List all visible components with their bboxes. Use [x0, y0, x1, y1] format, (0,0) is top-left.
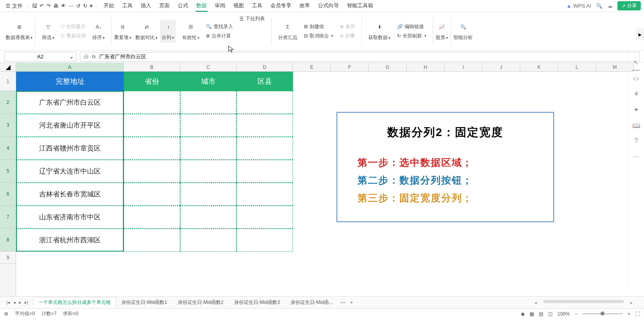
print-icon[interactable]: 🖶	[53, 3, 58, 9]
table-cell[interactable]	[124, 114, 180, 137]
col-header-L[interactable]: L	[558, 63, 596, 71]
row-header-7[interactable]: 7	[0, 206, 16, 229]
edit-links-button[interactable]: 🔗编辑链接	[395, 23, 428, 31]
menu-tab-3[interactable]: 页面	[158, 0, 170, 12]
col-header-E[interactable]: E	[293, 63, 331, 71]
zoom-slider[interactable]	[582, 313, 623, 314]
table-cell[interactable]	[124, 206, 180, 229]
col-header-K[interactable]: K	[520, 63, 558, 71]
row-header-3[interactable]: 3	[0, 114, 16, 137]
view-page-icon[interactable]: ▤	[539, 311, 543, 317]
select-all-corner[interactable]: ◢	[0, 63, 16, 72]
table-cell[interactable]: 江西省赣州市章贡区	[16, 137, 124, 160]
menu-tab-6[interactable]: 审阅	[214, 0, 226, 12]
table-cell[interactable]	[237, 206, 293, 229]
pivot-table-button[interactable]: ⊞ 数据透视表▾	[4, 20, 34, 43]
row-header-8[interactable]: 8	[0, 229, 16, 252]
table-cell[interactable]	[124, 91, 180, 114]
validation-button[interactable]: ☒ 有效性▾	[181, 20, 201, 43]
sparkle-icon[interactable]: ✦	[634, 106, 639, 114]
table-cell[interactable]: 吉林省长春市宽城区	[16, 183, 124, 206]
table-cell[interactable]	[180, 137, 237, 160]
table-cell[interactable]	[124, 160, 180, 183]
menu-tab-12[interactable]: 智能工具箱	[346, 0, 374, 12]
table-cell[interactable]: 浙江省杭州市西湖区	[16, 229, 124, 252]
menu-tab-9[interactable]: 会员专享	[270, 0, 292, 12]
row-header-1[interactable]: 1	[0, 72, 16, 91]
table-cell[interactable]: 山东省济南市市中区	[16, 206, 124, 229]
expand-button[interactable]: ⊕展开	[338, 23, 357, 31]
sheet-tab[interactable]: 身份证生日-Mid函…	[285, 297, 339, 308]
smart-analysis-button[interactable]: 🔍 智能分析	[452, 20, 474, 43]
row-header-9[interactable]: 9	[0, 252, 16, 264]
stocks-button[interactable]: 📈 股票▾	[434, 20, 450, 43]
table-cell[interactable]	[180, 91, 237, 114]
analysis-icon[interactable]: ⚘	[634, 90, 639, 98]
menu-tab-10[interactable]: 效率	[299, 0, 311, 12]
qat-icon[interactable]: ⋯	[69, 3, 74, 9]
table-cell[interactable]	[237, 114, 293, 137]
sheet-tab[interactable]: 身份证生日-Mid函数2	[172, 297, 229, 308]
options-icon[interactable]: ⚙	[4, 311, 8, 317]
horizontal-scrollbar[interactable]: ◂▸	[534, 300, 641, 305]
share-button[interactable]: ↗ 分享	[617, 1, 641, 10]
table-cell[interactable]	[237, 229, 293, 252]
book-icon[interactable]: 📖	[632, 122, 640, 129]
show-all-button[interactable]: ▽全部显示	[59, 23, 87, 31]
col-header-C[interactable]: C	[180, 63, 237, 71]
table-cell[interactable]	[237, 137, 293, 160]
cells-area[interactable]: 完整地址省份城市区县广东省广州市白云区河北省唐山市开平区江西省赣州市章贡区辽宁省…	[16, 72, 634, 296]
table-cell[interactable]	[237, 160, 293, 183]
file-menu[interactable]: ☰ 文件	[3, 2, 25, 10]
wps-ai-button[interactable]: ▲ WPS AI	[566, 3, 591, 9]
col-header-I[interactable]: I	[445, 63, 482, 71]
col-header-D[interactable]: D	[237, 63, 293, 71]
menu-tab-1[interactable]: 工具	[121, 0, 133, 12]
compare-button[interactable]: ⇄ 数据对比▾	[134, 20, 159, 43]
group-button[interactable]: ⊞创建组	[302, 23, 335, 31]
ungroup-button[interactable]: ⊟取消组合▾	[302, 32, 335, 40]
fx-icon[interactable]: fx	[92, 54, 96, 60]
col-header-F[interactable]: F	[331, 63, 369, 71]
zoom-in-icon[interactable]: +	[627, 311, 630, 317]
fullscreen-icon[interactable]: ⛶	[635, 311, 640, 317]
menu-tab-8[interactable]: 工具	[251, 0, 263, 12]
sheet-tab[interactable]: 身份证生日-Mid函数1	[116, 297, 172, 308]
table-cell[interactable]: 广东省广州市白云区	[16, 91, 124, 114]
nav-last-icon[interactable]: ▸|	[25, 300, 28, 305]
col-header-G[interactable]: G	[369, 63, 407, 71]
table-cell[interactable]: 河北省唐山市开平区	[16, 114, 124, 137]
view-custom-icon[interactable]: ◫	[548, 311, 553, 317]
col-header-A[interactable]: A	[16, 63, 124, 71]
get-data-button[interactable]: ⬇ 获取数据▾	[367, 20, 392, 43]
save-icon[interactable]: 🖫	[32, 3, 37, 9]
nav-next-icon[interactable]: ▸	[19, 300, 21, 305]
search-icon[interactable]: 🔍	[596, 3, 602, 9]
table-cell[interactable]	[180, 183, 237, 206]
undo-icon[interactable]: ↶	[39, 3, 44, 9]
add-sheet-button[interactable]: +	[347, 300, 356, 305]
filter-button[interactable]: ▽ 筛选▾	[40, 20, 56, 43]
col-header-H[interactable]: H	[407, 63, 445, 71]
subtotal-button[interactable]: Σ 分类汇总	[276, 20, 299, 43]
qat-dd[interactable]: ▾	[90, 3, 93, 9]
panel-icon[interactable]: ▭	[633, 74, 639, 82]
table-cell[interactable]	[124, 229, 180, 252]
find-entry-button[interactable]: 🔍查找录入	[204, 23, 235, 31]
sort-button[interactable]: A↓ 排序▾	[91, 20, 106, 43]
menu-tab-0[interactable]: 开始	[103, 0, 115, 12]
sheet-more-icon[interactable]: ⋯	[341, 300, 345, 305]
help-icon[interactable]: ?	[634, 137, 638, 144]
refresh-all-button[interactable]: ↻全部刷新▾	[395, 32, 428, 40]
redo-icon[interactable]: ↷	[46, 3, 51, 9]
nav-prev-icon[interactable]: ◂	[13, 300, 16, 305]
table-cell[interactable]	[180, 160, 237, 183]
table-cell[interactable]	[124, 137, 180, 160]
table-cell[interactable]	[180, 114, 237, 137]
collapse-ribbon-icon[interactable]: —	[632, 65, 640, 74]
more-icon[interactable]: ⋯	[633, 153, 640, 160]
chevron-down-icon[interactable]: ⌄	[69, 54, 74, 60]
menu-tab-4[interactable]: 公式	[177, 0, 189, 12]
ribbon-scroll-right[interactable]: ▸	[636, 28, 644, 40]
text-to-columns-button[interactable]: ⫞ 分列▾	[160, 20, 176, 43]
